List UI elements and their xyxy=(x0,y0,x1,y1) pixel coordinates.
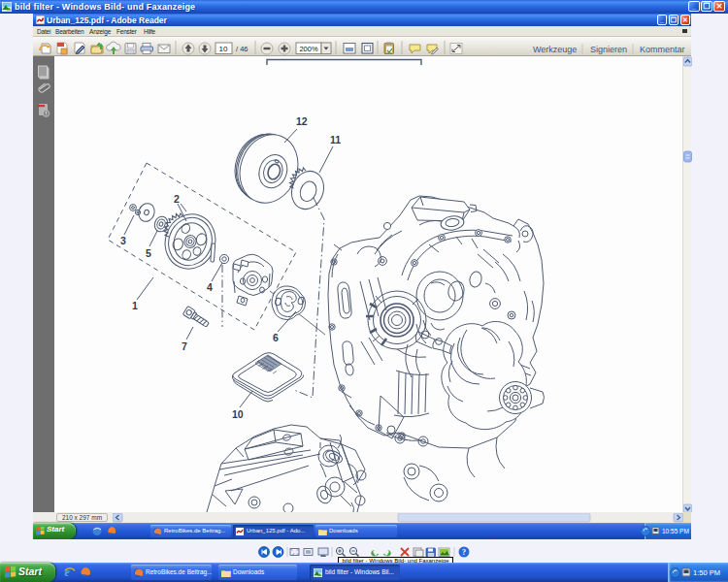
svg-text:Signieren: Signieren xyxy=(590,45,627,54)
svg-text:Werkzeuge: Werkzeuge xyxy=(533,45,577,54)
svg-text:12: 12 xyxy=(296,115,308,127)
svg-text:200%: 200% xyxy=(299,45,318,53)
svg-text:6: 6 xyxy=(273,332,279,343)
svg-text:Kommentar: Kommentar xyxy=(640,45,685,54)
svg-text:?: ? xyxy=(462,548,466,557)
svg-text:/ 46: / 46 xyxy=(236,45,248,53)
svg-text:11: 11 xyxy=(330,134,341,146)
svg-text:5: 5 xyxy=(146,247,151,259)
svg-text:10: 10 xyxy=(232,408,244,420)
svg-text:1: 1 xyxy=(132,300,138,311)
svg-text:4: 4 xyxy=(207,281,213,293)
svg-text:3: 3 xyxy=(120,235,126,246)
svg-text:7: 7 xyxy=(182,340,187,352)
svg-text:10: 10 xyxy=(219,45,228,53)
svg-text:2: 2 xyxy=(174,193,180,205)
